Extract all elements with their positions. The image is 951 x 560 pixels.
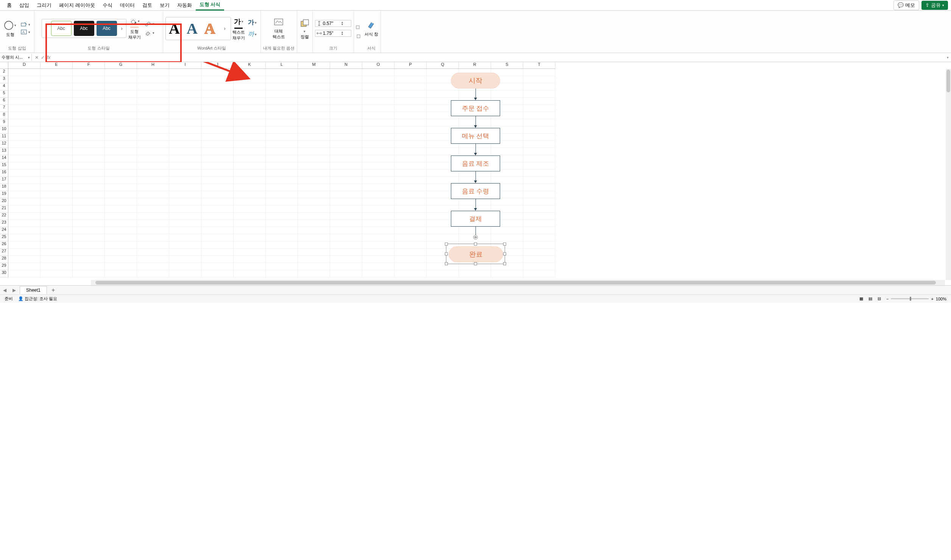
cell[interactable] [201, 263, 234, 270]
cell[interactable] [105, 98, 137, 105]
cell[interactable] [137, 184, 169, 191]
cell[interactable] [427, 198, 459, 205]
cell[interactable] [41, 205, 73, 213]
column-header[interactable]: I [169, 62, 201, 69]
name-box[interactable]: 수행의 시... ▾ [0, 54, 32, 61]
row-header[interactable]: 30 [0, 270, 8, 277]
text-box-button[interactable]: A ▾ [19, 29, 32, 36]
cell[interactable] [234, 263, 266, 270]
cell[interactable] [394, 170, 427, 177]
menu-data[interactable]: 데이터 [116, 0, 139, 10]
cell[interactable] [105, 134, 137, 141]
cell[interactable] [169, 205, 201, 213]
column-header[interactable]: D [8, 62, 41, 69]
cell[interactable] [169, 90, 201, 98]
gallery-next[interactable]: › [119, 25, 125, 31]
cell[interactable] [41, 98, 73, 105]
cell[interactable] [523, 134, 555, 141]
cell[interactable] [394, 90, 427, 98]
cell[interactable] [523, 162, 555, 170]
cell[interactable] [298, 177, 330, 184]
text-outline-button[interactable]: 가 ▾ [246, 18, 258, 27]
cell[interactable] [266, 119, 298, 126]
cell[interactable] [330, 177, 362, 184]
cell[interactable] [169, 69, 201, 76]
cell[interactable] [330, 249, 362, 256]
cell[interactable] [8, 227, 41, 234]
resize-handle[interactable] [445, 243, 448, 246]
cell[interactable] [394, 263, 427, 270]
row-header[interactable]: 16 [0, 170, 8, 177]
cell[interactable] [362, 148, 394, 155]
shape-fill-button[interactable]: ▾ [128, 17, 141, 26]
shape-style-1[interactable]: Abc [51, 21, 72, 36]
cell[interactable] [330, 227, 362, 234]
cell[interactable] [234, 76, 266, 83]
cell[interactable] [427, 90, 459, 98]
cell[interactable] [41, 134, 73, 141]
cell[interactable] [459, 90, 491, 98]
cell[interactable] [73, 263, 105, 270]
cell[interactable] [298, 162, 330, 170]
cell[interactable] [105, 83, 137, 90]
cell[interactable] [8, 177, 41, 184]
cell[interactable] [266, 270, 298, 277]
cell[interactable] [234, 270, 266, 277]
cell[interactable] [234, 98, 266, 105]
cell[interactable] [362, 69, 394, 76]
cell[interactable] [41, 76, 73, 83]
cell[interactable] [137, 256, 169, 263]
cell[interactable] [41, 184, 73, 191]
formula-input[interactable] [53, 57, 945, 58]
cell[interactable] [330, 220, 362, 227]
cell[interactable] [234, 198, 266, 205]
cell[interactable] [105, 234, 137, 241]
row-header[interactable]: 22 [0, 213, 8, 220]
cell[interactable] [169, 198, 201, 205]
cell[interactable] [523, 76, 555, 83]
cell[interactable] [41, 119, 73, 126]
cell[interactable] [73, 227, 105, 234]
menu-review[interactable]: 검토 [139, 0, 156, 10]
cell[interactable] [330, 119, 362, 126]
cell[interactable] [234, 105, 266, 112]
cell[interactable] [330, 184, 362, 191]
zoom-slider-thumb[interactable] [910, 297, 911, 301]
cell[interactable] [523, 90, 555, 98]
cell[interactable] [234, 112, 266, 119]
cell[interactable] [137, 234, 169, 241]
cell[interactable] [73, 126, 105, 134]
cell[interactable] [105, 170, 137, 177]
cell[interactable] [137, 126, 169, 134]
flowchart-start[interactable]: 시작 [451, 73, 500, 89]
cell[interactable] [523, 177, 555, 184]
cell[interactable] [201, 76, 234, 83]
cell[interactable] [523, 220, 555, 227]
cell[interactable] [201, 83, 234, 90]
cell[interactable] [105, 241, 137, 249]
column-header[interactable]: L [266, 62, 298, 69]
column-header[interactable]: M [298, 62, 330, 69]
shape-outline-button[interactable]: ▾ [143, 20, 156, 27]
cell[interactable] [137, 134, 169, 141]
cell[interactable] [394, 198, 427, 205]
cell[interactable] [201, 134, 234, 141]
cell[interactable] [105, 270, 137, 277]
cell[interactable] [427, 148, 459, 155]
cell[interactable] [201, 148, 234, 155]
cell[interactable] [137, 170, 169, 177]
cell[interactable] [523, 105, 555, 112]
cell[interactable] [137, 213, 169, 220]
cell[interactable] [330, 98, 362, 105]
cell[interactable] [394, 249, 427, 256]
cell[interactable] [298, 227, 330, 234]
cell[interactable] [73, 148, 105, 155]
cell[interactable] [137, 90, 169, 98]
send-backward-icon[interactable] [355, 33, 361, 39]
cell[interactable] [394, 148, 427, 155]
cell[interactable] [298, 213, 330, 220]
cell[interactable] [105, 119, 137, 126]
cell[interactable] [73, 249, 105, 256]
row-header[interactable]: 19 [0, 191, 8, 198]
zoom-value[interactable]: 100% [936, 297, 946, 301]
